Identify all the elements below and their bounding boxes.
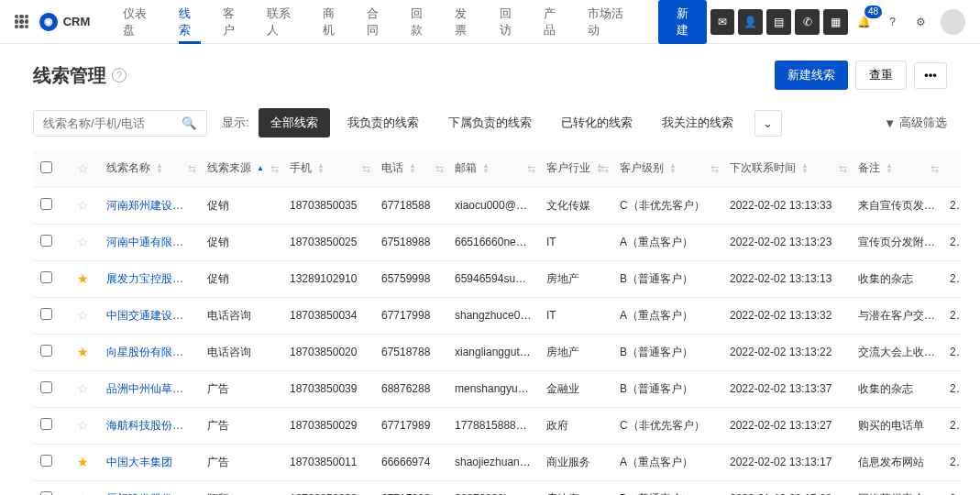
cell-level: A（重点客户） <box>612 224 722 260</box>
column-header-6[interactable]: 客户级别▲▼⇆ <box>612 150 722 187</box>
sort-icon[interactable]: ▲▼ <box>801 163 809 173</box>
row-checkbox[interactable] <box>40 491 52 495</box>
nav-tab-5[interactable]: 合同 <box>356 0 400 44</box>
avatar[interactable] <box>941 9 965 35</box>
nav-tab-10[interactable]: 市场活动 <box>577 0 644 44</box>
column-header-7[interactable]: 下次联系时间▲▼⇆ <box>722 150 851 187</box>
row-checkbox[interactable] <box>40 455 52 467</box>
settings-icon[interactable]: ⚙ <box>908 9 933 35</box>
lead-name-link[interactable]: 品洲中州仙草娱乐… <box>99 370 200 407</box>
cell-mobile: 18703850025 <box>282 224 374 260</box>
filter-chip-1[interactable]: 我负责的线索 <box>336 108 431 138</box>
cell-mobile: 18703850034 <box>282 297 374 334</box>
row-checkbox[interactable] <box>40 381 52 393</box>
cell-email: xianglianggut… <box>447 334 539 370</box>
column-header-1[interactable]: 线索来源▲⇆ <box>200 150 282 187</box>
row-checkbox[interactable] <box>40 308 52 320</box>
nav-tab-9[interactable]: 产品 <box>533 0 577 44</box>
new-button[interactable]: 新建 <box>658 0 707 44</box>
column-header-5[interactable]: 客户行业▲▼⇆ <box>539 150 612 187</box>
star-icon[interactable]: ☆ <box>77 235 89 249</box>
filter-caret-icon[interactable]: ⌄ <box>754 110 782 137</box>
sort-icon[interactable]: ▲▼ <box>409 163 416 173</box>
nav-tab-1[interactable]: 线索 <box>168 0 212 44</box>
resize-handle-icon[interactable]: ⇆ <box>527 162 535 174</box>
column-header-0[interactable]: 线索名称▲▼⇆ <box>99 150 200 187</box>
table-row: ★向星股份有限公司电话咨询1870385002067518788xianglia… <box>33 334 961 370</box>
star-icon[interactable]: ★ <box>77 271 89 286</box>
star-icon[interactable]: ☆ <box>77 381 89 396</box>
filter-chip-4[interactable]: 我关注的线索 <box>650 108 745 138</box>
row-checkbox[interactable] <box>40 271 52 283</box>
sort-icon[interactable]: ▲▼ <box>156 163 163 173</box>
row-checkbox[interactable] <box>40 235 52 247</box>
resize-handle-icon[interactable]: ⇆ <box>600 162 609 174</box>
nav-tab-6[interactable]: 回款 <box>400 0 444 44</box>
cell-source: 电话咨询 <box>200 297 282 334</box>
nav-tab-4[interactable]: 商机 <box>312 0 356 44</box>
user-icon[interactable]: 👤 <box>738 9 763 35</box>
nav-tab-8[interactable]: 回访 <box>489 0 533 44</box>
column-header-8[interactable]: 备注▲▼⇆ <box>851 150 942 187</box>
bell-icon[interactable]: 🔔48 <box>852 9 876 35</box>
sort-icon[interactable]: ▲ <box>257 166 264 171</box>
lead-name-link[interactable]: 中国大丰集团 <box>99 444 200 480</box>
search-input[interactable] <box>34 111 172 136</box>
star-icon[interactable]: ☆ <box>77 491 89 495</box>
help-icon[interactable]: ? <box>880 9 905 35</box>
more-actions-button[interactable]: ••• <box>914 62 947 89</box>
column-header-9[interactable] <box>942 150 961 187</box>
resize-handle-icon[interactable]: ⇆ <box>930 162 939 174</box>
sort-icon[interactable]: ▲▼ <box>669 163 677 173</box>
page-help-icon[interactable]: ? <box>112 68 127 82</box>
phone-icon[interactable]: ✆ <box>795 9 820 35</box>
lead-name-link[interactable]: 厦门建发股份有限… <box>99 480 200 495</box>
star-icon[interactable]: ☆ <box>77 198 89 213</box>
sort-icon[interactable]: ▲▼ <box>886 163 893 173</box>
row-checkbox[interactable] <box>40 198 52 210</box>
star-icon[interactable]: ☆ <box>77 418 89 433</box>
new-lead-button[interactable]: 新建线索 <box>775 60 848 90</box>
row-checkbox[interactable] <box>40 345 52 357</box>
advanced-filter-link[interactable]: ▼ 高级筛选 <box>884 115 947 131</box>
lead-name-link[interactable]: 河南中通有限公司 <box>99 224 200 260</box>
star-icon[interactable]: ★ <box>77 455 89 469</box>
resize-handle-icon[interactable]: ⇆ <box>270 162 279 174</box>
lead-name-link[interactable]: 中国交通建设股份… <box>99 297 200 334</box>
resize-handle-icon[interactable]: ⇆ <box>188 162 196 174</box>
mail-icon[interactable]: ✉ <box>710 9 735 35</box>
nav-tab-3[interactable]: 联系人 <box>256 0 311 44</box>
cell-email: shangzhuce00… <box>447 297 539 334</box>
nav-tab-0[interactable]: 仪表盘 <box>112 0 167 44</box>
calendar-icon[interactable]: ▦ <box>823 9 848 35</box>
sort-icon[interactable]: ▲▼ <box>482 163 490 173</box>
star-icon[interactable]: ☆ <box>77 308 89 323</box>
star-icon[interactable]: ★ <box>77 345 89 359</box>
column-header-4[interactable]: 邮箱▲▼⇆ <box>447 150 539 187</box>
resize-handle-icon[interactable]: ⇆ <box>435 162 444 174</box>
column-header-3[interactable]: 电话▲▼⇆ <box>374 150 447 187</box>
lead-name-link[interactable]: 河南郑州建设股份… <box>99 187 200 224</box>
notes-icon[interactable]: ▤ <box>766 9 791 35</box>
resize-handle-icon[interactable]: ⇆ <box>839 162 847 174</box>
app-launcher-icon[interactable] <box>15 15 28 29</box>
row-checkbox[interactable] <box>40 418 52 430</box>
lead-name-link[interactable]: 展发力宝控股集团… <box>99 260 200 297</box>
nav-tab-7[interactable]: 发票 <box>444 0 488 44</box>
resize-handle-icon[interactable]: ⇆ <box>710 162 719 174</box>
nav-tab-2[interactable]: 客户 <box>212 0 256 44</box>
search-icon[interactable]: 🔍 <box>172 116 206 130</box>
filter-chip-0[interactable]: 全部线索 <box>259 108 330 138</box>
sort-icon[interactable]: ▲▼ <box>317 163 325 173</box>
resize-handle-icon[interactable]: ⇆ <box>362 162 370 174</box>
filter-icon: ▼ <box>884 116 896 130</box>
cell-next: 2022-02-02 13:13:32 <box>722 297 851 334</box>
lead-name-link[interactable]: 向星股份有限公司 <box>99 334 200 370</box>
dedup-button[interactable]: 查重 <box>855 60 907 90</box>
filter-chip-2[interactable]: 下属负责的线索 <box>436 108 544 138</box>
filter-chip-3[interactable]: 已转化的线索 <box>549 108 644 138</box>
column-header-2[interactable]: 手机▲▼⇆ <box>282 150 374 187</box>
lead-name-link[interactable]: 海航科技股份有限… <box>99 407 200 444</box>
cell-next: 2022-01-19 09:15:00 <box>722 480 851 495</box>
select-all-checkbox[interactable] <box>40 161 52 173</box>
